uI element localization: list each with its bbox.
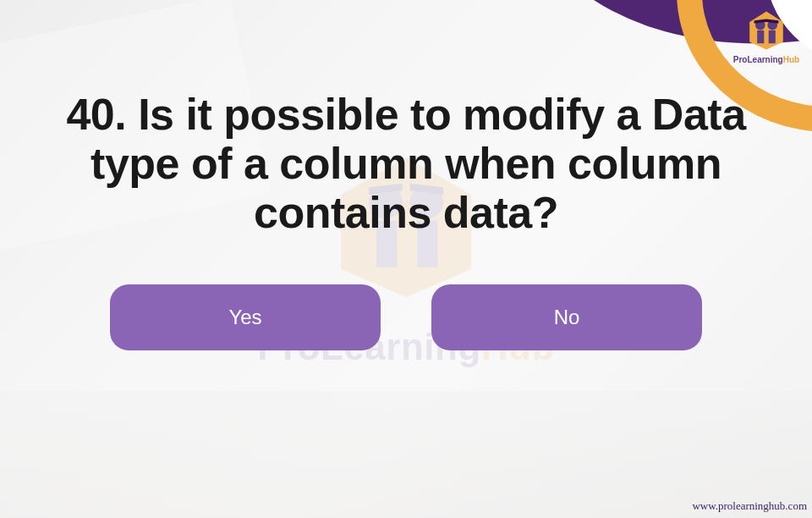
brand-logo-small: ProLearningHub xyxy=(727,7,805,64)
bg-overlay xyxy=(0,0,812,518)
brand-logo-icon xyxy=(743,7,789,52)
option-no-button[interactable]: No xyxy=(431,284,702,350)
footer-url: www.prolearninghub.com xyxy=(692,499,807,513)
brand-small-hub: Hub xyxy=(783,55,799,64)
brand-logo-text: ProLearningHub xyxy=(727,55,805,64)
options-row: Yes No xyxy=(0,284,812,350)
question-text: 40. Is it possible to modify a Data type… xyxy=(42,90,770,238)
brand-small-prolearning: ProLearning xyxy=(733,55,783,64)
option-yes-button[interactable]: Yes xyxy=(110,284,381,350)
svg-rect-7 xyxy=(769,30,776,43)
svg-rect-6 xyxy=(757,30,764,43)
